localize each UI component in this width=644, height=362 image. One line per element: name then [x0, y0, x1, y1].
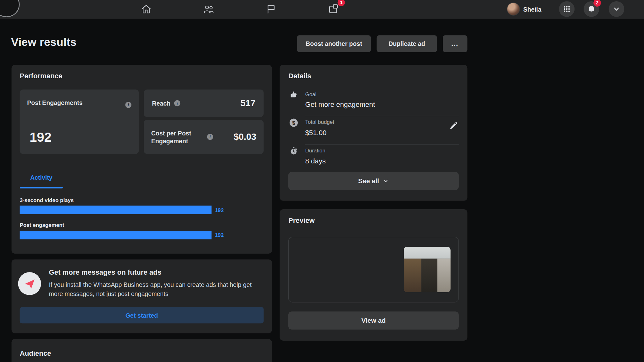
- groups-icon: [328, 3, 339, 15]
- profile-name: Sheila: [523, 6, 541, 13]
- view-ad-button[interactable]: View ad: [288, 311, 459, 329]
- notifications-button[interactable]: 2: [584, 1, 599, 17]
- budget-label: Total budget: [305, 119, 334, 125]
- duration-label: Duration: [305, 147, 325, 154]
- goal-row-icon: [289, 90, 298, 99]
- post-engagements-value: 192: [30, 130, 52, 145]
- thumbnail-region: [437, 259, 451, 292]
- tab-pages[interactable]: [259, 0, 282, 18]
- divider: [305, 144, 459, 144]
- get-started-button[interactable]: Get started: [20, 307, 264, 323]
- account-menu-button[interactable]: [609, 1, 625, 17]
- ad-preview-box: [288, 237, 459, 303]
- info-icon[interactable]: i: [174, 100, 180, 107]
- tab-home[interactable]: [135, 0, 158, 18]
- pencil-icon: [448, 121, 458, 130]
- see-all-label: See all: [358, 177, 379, 185]
- chevron-down-icon: [382, 178, 389, 184]
- info-icon[interactable]: i: [207, 134, 213, 140]
- see-all-button[interactable]: See all: [288, 172, 459, 190]
- friends-icon: [203, 3, 214, 15]
- ad-thumbnail[interactable]: [404, 247, 451, 292]
- audience-title: Audience: [20, 350, 51, 358]
- screen: 1 Sheila 2: [0, 0, 644, 362]
- groups-badge: 1: [338, 0, 345, 6]
- tab-groups[interactable]: 1: [322, 0, 345, 18]
- performance-card: Performance Post Engagements i 192 Reach…: [12, 65, 272, 254]
- bell-icon: [587, 4, 596, 14]
- info-icon[interactable]: i: [125, 102, 131, 108]
- details-card: Details Goal Get more engagement $ Total…: [280, 65, 467, 200]
- thumbs-up-icon: [289, 90, 298, 99]
- flag-icon: [265, 3, 277, 15]
- stopwatch-icon: [289, 146, 298, 156]
- notifications-badge: 2: [593, 0, 601, 7]
- divider: [305, 116, 459, 116]
- details-title: Details: [288, 72, 311, 80]
- reach-value: 517: [240, 98, 255, 109]
- search-corner-shape[interactable]: [0, 0, 20, 17]
- goal-value: Get more engagement: [305, 101, 375, 109]
- budget-value: $51.00: [305, 129, 326, 137]
- budget-row-icon: $: [289, 118, 298, 128]
- duration-value: 8 days: [305, 157, 325, 165]
- duration-row-icon: [289, 146, 298, 156]
- chart-bar-track: 192: [20, 231, 212, 239]
- cost-per-engagement-value: $0.03: [234, 132, 256, 142]
- app-navbar: 1 Sheila 2: [0, 0, 644, 18]
- cost-per-engagement-tile: Cost per Post Engagement i $0.03: [144, 120, 264, 154]
- duplicate-ad-button[interactable]: Duplicate ad: [377, 35, 437, 52]
- post-engagements-label: Post Engagements: [27, 99, 82, 106]
- thumbnail-region: [421, 259, 437, 292]
- tab-friends[interactable]: [197, 0, 220, 18]
- tab-activity[interactable]: Activity: [20, 167, 63, 187]
- paper-plane-icon: [23, 277, 36, 290]
- reach-label: Reach: [152, 100, 170, 107]
- chart-bar-track: 192: [20, 206, 212, 214]
- performance-title: Performance: [20, 72, 63, 80]
- chart-bar-label: Post engagement: [20, 222, 64, 228]
- promo-avatar: [18, 272, 41, 295]
- edit-budget-button[interactable]: [448, 120, 459, 131]
- whatsapp-card-body: If you install the WhatsApp Business app…: [49, 280, 260, 298]
- menu-button[interactable]: [559, 1, 575, 17]
- preview-title: Preview: [288, 217, 315, 225]
- chart-bar-label: 3-second video plays: [20, 197, 74, 203]
- reach-tile: Reach i 517: [144, 90, 264, 117]
- chevron-down-icon: [612, 4, 621, 14]
- chart-bar: 192: [20, 206, 212, 214]
- dollar-icon: $: [290, 118, 298, 127]
- preview-card: Preview View ad: [280, 209, 467, 341]
- cost-per-engagement-label: Cost per Post Engagement: [151, 129, 204, 145]
- grid-icon: [562, 4, 571, 14]
- chart-bar-value: 192: [215, 207, 224, 213]
- whatsapp-card-title: Get more messages on future ads: [49, 268, 161, 277]
- page-title: View results: [11, 36, 76, 49]
- audience-card: Audience: [12, 339, 272, 362]
- whatsapp-suggestion-card: Get more messages on future ads If you i…: [12, 259, 272, 333]
- chart-bar-value: 192: [215, 232, 224, 238]
- post-engagements-tile: Post Engagements i 192: [20, 90, 139, 154]
- thumbnail-region: [404, 247, 451, 259]
- chart-bar: 192: [20, 231, 212, 239]
- browser-viewport: 1 Sheila 2: [0, 0, 644, 362]
- goal-label: Goal: [305, 91, 316, 97]
- boost-another-post-button[interactable]: Boost another post: [297, 35, 371, 52]
- thumbnail-region: [404, 259, 422, 292]
- home-icon: [141, 3, 152, 15]
- more-options-button[interactable]: …: [443, 35, 467, 52]
- avatar: [507, 3, 520, 16]
- profile-chip[interactable]: Sheila: [507, 2, 541, 16]
- active-tab-underline: [20, 187, 63, 189]
